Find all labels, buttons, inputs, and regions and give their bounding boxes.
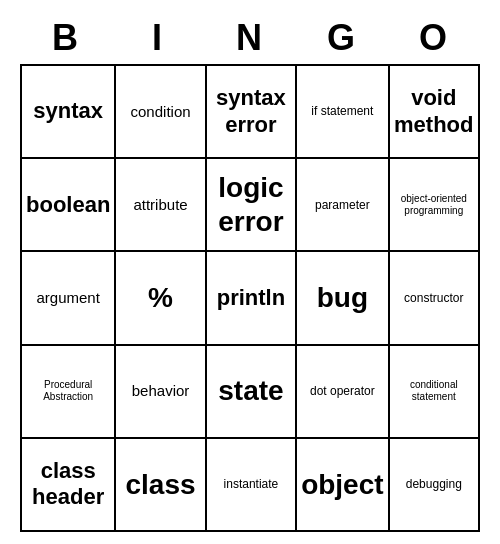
bingo-cell-r0-c4: void method: [390, 66, 480, 159]
cell-text-r4-c1: class: [126, 468, 196, 502]
bingo-cell-r0-c1: condition: [116, 66, 206, 159]
cell-text-r0-c2: syntax error: [211, 85, 291, 138]
cell-text-r4-c3: object: [301, 468, 383, 502]
cell-text-r2-c2: println: [217, 285, 285, 311]
bingo-cell-r2-c4: constructor: [390, 252, 480, 345]
bingo-cell-r1-c4: object-oriented programming: [390, 159, 480, 252]
bingo-cell-r3-c4: conditional statement: [390, 346, 480, 439]
bingo-cell-r1-c0: boolean: [22, 159, 116, 252]
cell-text-r4-c0: class header: [26, 458, 110, 511]
cell-text-r0-c4: void method: [394, 85, 474, 138]
cell-text-r2-c4: constructor: [404, 291, 463, 305]
header-letter-B: B: [20, 12, 112, 64]
bingo-cell-r4-c4: debugging: [390, 439, 480, 532]
bingo-cell-r4-c3: object: [297, 439, 389, 532]
cell-text-r1-c4: object-oriented programming: [394, 193, 474, 217]
bingo-cell-r2-c2: println: [207, 252, 297, 345]
bingo-cell-r1-c2: logic error: [207, 159, 297, 252]
header-letter-N: N: [204, 12, 296, 64]
cell-text-r0-c1: condition: [131, 103, 191, 121]
bingo-cell-r3-c1: behavior: [116, 346, 206, 439]
bingo-cell-r0-c0: syntax: [22, 66, 116, 159]
cell-text-r4-c4: debugging: [406, 477, 462, 491]
bingo-cell-r1-c3: parameter: [297, 159, 389, 252]
cell-text-r1-c0: boolean: [26, 192, 110, 218]
bingo-cell-r2-c1: %: [116, 252, 206, 345]
cell-text-r0-c3: if statement: [311, 104, 373, 118]
bingo-cell-r3-c3: dot operator: [297, 346, 389, 439]
cell-text-r4-c2: instantiate: [224, 477, 279, 491]
cell-text-r3-c1: behavior: [132, 382, 190, 400]
cell-text-r3-c4: conditional statement: [394, 379, 474, 403]
cell-text-r2-c3: bug: [317, 281, 368, 315]
header-letter-G: G: [296, 12, 388, 64]
bingo-cell-r2-c3: bug: [297, 252, 389, 345]
cell-text-r1-c1: attribute: [133, 196, 187, 214]
header-letter-I: I: [112, 12, 204, 64]
bingo-cell-r3-c2: state: [207, 346, 297, 439]
cell-text-r1-c2: logic error: [211, 171, 291, 238]
bingo-cell-r1-c1: attribute: [116, 159, 206, 252]
bingo-card: BINGO syntaxconditionsyntax errorif stat…: [20, 12, 480, 532]
cell-text-r0-c0: syntax: [33, 98, 103, 124]
bingo-cell-r2-c0: argument: [22, 252, 116, 345]
bingo-grid: syntaxconditionsyntax errorif statementv…: [20, 64, 480, 532]
header-letter-O: O: [388, 12, 480, 64]
bingo-cell-r4-c2: instantiate: [207, 439, 297, 532]
bingo-cell-r4-c0: class header: [22, 439, 116, 532]
cell-text-r3-c3: dot operator: [310, 384, 375, 398]
cell-text-r3-c0: Procedural Abstraction: [26, 379, 110, 403]
cell-text-r2-c1: %: [148, 281, 173, 315]
bingo-cell-r4-c1: class: [116, 439, 206, 532]
bingo-cell-r3-c0: Procedural Abstraction: [22, 346, 116, 439]
bingo-header: BINGO: [20, 12, 480, 64]
cell-text-r2-c0: argument: [36, 289, 99, 307]
bingo-cell-r0-c3: if statement: [297, 66, 389, 159]
bingo-cell-r0-c2: syntax error: [207, 66, 297, 159]
cell-text-r1-c3: parameter: [315, 198, 370, 212]
cell-text-r3-c2: state: [218, 374, 283, 408]
